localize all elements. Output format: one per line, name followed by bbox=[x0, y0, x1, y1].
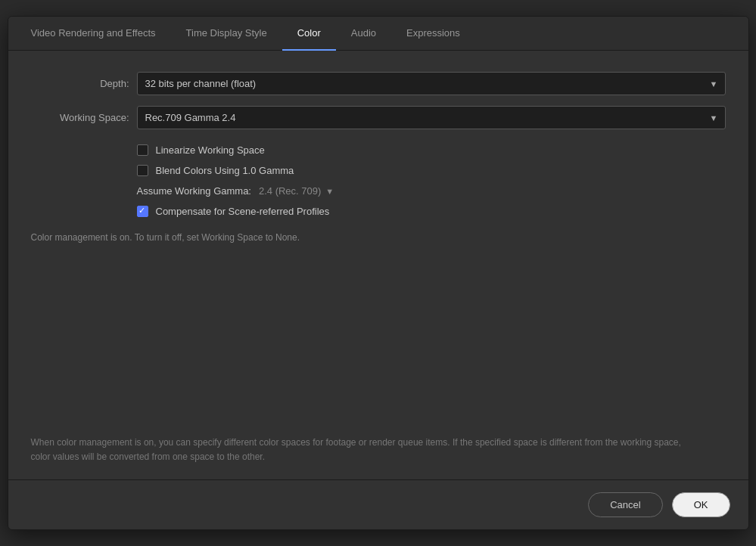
info-text: Color management is on. To turn it off, … bbox=[31, 232, 726, 243]
working-space-select-wrapper: Rec.709 Gamma 2.4 ▼ bbox=[137, 106, 726, 129]
checkboxes-section: Linearize Working Space Blend Colors Usi… bbox=[137, 144, 726, 226]
blend-colors-checkbox[interactable] bbox=[137, 165, 148, 176]
dialog-footer: Cancel OK bbox=[8, 479, 748, 529]
depth-row: Depth: 32 bits per channel (float) ▼ bbox=[31, 72, 726, 95]
compensate-row: Compensate for Scene-referred Profiles bbox=[137, 206, 726, 217]
linearize-label: Linearize Working Space bbox=[156, 144, 265, 156]
linearize-row: Linearize Working Space bbox=[137, 144, 726, 156]
assume-gamma-label: Assume Working Gamma: bbox=[137, 185, 251, 197]
tab-bar: Video Rendering and Effects Time Display… bbox=[8, 17, 748, 51]
tab-expressions[interactable]: Expressions bbox=[391, 17, 475, 51]
working-space-row: Working Space: Rec.709 Gamma 2.4 ▼ bbox=[31, 106, 726, 129]
working-space-select[interactable]: Rec.709 Gamma 2.4 bbox=[137, 106, 726, 129]
tab-color[interactable]: Color bbox=[282, 17, 336, 51]
tab-video-rendering[interactable]: Video Rendering and Effects bbox=[16, 17, 171, 51]
assume-gamma-value: 2.4 (Rec. 709) bbox=[259, 185, 321, 197]
compensate-label: Compensate for Scene-referred Profiles bbox=[156, 206, 330, 217]
depth-select[interactable]: 32 bits per channel (float) bbox=[137, 72, 726, 95]
working-space-label: Working Space: bbox=[31, 112, 129, 123]
dialog: Video Rendering and Effects Time Display… bbox=[8, 16, 749, 530]
depth-select-wrapper: 32 bits per channel (float) ▼ bbox=[137, 72, 726, 95]
blend-colors-label: Blend Colors Using 1.0 Gamma bbox=[156, 165, 294, 176]
help-text: When color management is on, you can spe… bbox=[31, 436, 697, 464]
cancel-button[interactable]: Cancel bbox=[588, 492, 662, 517]
compensate-checkbox[interactable] bbox=[137, 206, 148, 217]
assume-gamma-chevron-icon[interactable]: ▼ bbox=[325, 187, 334, 196]
tab-content: Depth: 32 bits per channel (float) ▼ Wor… bbox=[8, 51, 748, 479]
tab-time-display[interactable]: Time Display Style bbox=[171, 17, 282, 51]
assume-gamma-row: Assume Working Gamma: 2.4 (Rec. 709) ▼ bbox=[137, 185, 726, 197]
blend-colors-row: Blend Colors Using 1.0 Gamma bbox=[137, 165, 726, 176]
linearize-checkbox[interactable] bbox=[137, 144, 148, 156]
tab-audio[interactable]: Audio bbox=[336, 17, 391, 51]
ok-button[interactable]: OK bbox=[672, 492, 730, 517]
depth-label: Depth: bbox=[31, 78, 129, 89]
